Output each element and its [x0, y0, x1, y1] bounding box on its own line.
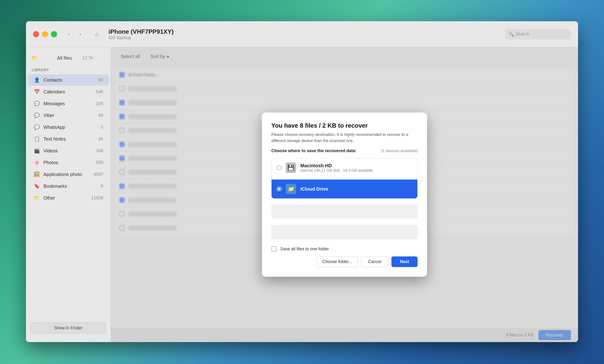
icloud-radio[interactable] — [277, 187, 281, 191]
main-content: Select all Sort by ▾ ✓ Al Ford Fiesta...… — [111, 47, 578, 342]
macintosh-radio[interactable] — [277, 165, 281, 170]
drive-option-icloud[interactable]: 📁 iCloud Drive — [272, 179, 417, 198]
placeholder-row-1 — [271, 204, 418, 218]
contacts-icon: 👤 — [34, 77, 40, 83]
recovery-modal: You have 8 files / 2 KB to recover Pleas… — [262, 113, 427, 277]
placeholder-row-2 — [271, 225, 418, 239]
sidebar-item-videos[interactable]: 🎬 Videos 108 — [28, 145, 109, 156]
viber-label: Viber — [43, 113, 95, 118]
sidebar-item-bookmarks[interactable]: 🔖 Bookmarks 8 — [28, 180, 109, 192]
photos-count: 539 — [96, 160, 103, 165]
forward-button[interactable]: › — [76, 29, 85, 39]
other-count: 11629 — [91, 196, 103, 201]
calendars-label: Calendars — [43, 89, 93, 95]
save-all-folder-row: Save all files to one folder — [271, 246, 418, 251]
back-button[interactable]: ‹ — [64, 29, 74, 39]
app-window: ‹ › ⌂ iPhone (VHF7PP91XY) iOS Backup 🔍 S… — [26, 21, 578, 342]
search-placeholder: Search — [516, 32, 529, 37]
sidebar-item-viber[interactable]: 💬 Viber 49 — [28, 110, 109, 121]
sidebar-item-textnotes[interactable]: 📋 Text Notes 26 — [28, 133, 109, 145]
icloud-name: iCloud Drive — [300, 186, 328, 192]
body-area: 📁 All files 17,7K Library 👤 Contacts 90 … — [26, 47, 578, 342]
viber-count: 49 — [98, 113, 103, 118]
drive-option-macintosh[interactable]: 💾 Macintosh HD Internal 245,11 GB disk ·… — [272, 158, 417, 177]
modal-subtitle: Please choose recovery destination. It i… — [271, 132, 418, 144]
show-in-finder-button[interactable]: Show in Finder — [31, 323, 106, 334]
sidebar-item-photos[interactable]: 🌸 Photos 539 — [28, 157, 109, 168]
all-files-icon: 📁 — [32, 55, 54, 61]
save-all-label: Save all files to one folder — [280, 247, 418, 251]
calendars-icon: 📅 — [34, 89, 40, 95]
sidebar-item-messages[interactable]: 💬 Messages 109 — [28, 98, 109, 109]
bookmarks-label: Bookmarks — [43, 184, 98, 189]
icloud-drive-icon: 📁 — [286, 184, 296, 194]
textnotes-count: 26 — [98, 137, 103, 141]
macintosh-detail: Internal 245,11 GB disk · 16,3 GB availa… — [300, 168, 373, 173]
maximize-button[interactable] — [51, 31, 57, 37]
choose-destination-label: Choose where to save the recovered data:… — [271, 148, 418, 153]
sidebar-item-appphoto[interactable]: 🖼️ Applications photo 4597 — [28, 169, 109, 180]
all-files-label: All files — [57, 55, 80, 61]
next-button[interactable]: Next — [391, 256, 418, 267]
traffic-lights — [33, 31, 57, 37]
sidebar: 📁 All files 17,7K Library 👤 Contacts 90 … — [26, 47, 111, 342]
home-button[interactable]: ⌂ — [92, 29, 101, 39]
cancel-button[interactable]: Cancel — [361, 256, 388, 267]
save-all-checkbox[interactable] — [271, 246, 277, 251]
nav-arrows: ‹ › — [64, 29, 85, 39]
calendars-count: 546 — [96, 89, 103, 94]
sidebar-item-contacts[interactable]: 👤 Contacts 90 — [28, 74, 109, 86]
search-bar[interactable]: 🔍 Search — [505, 29, 571, 39]
whatsapp-icon: 💬 — [34, 124, 40, 130]
appphoto-icon: 🖼️ — [34, 172, 40, 177]
sidebar-item-calendars[interactable]: 📅 Calendars 546 — [28, 86, 109, 97]
macintosh-hd-icon: 💾 — [286, 163, 296, 173]
choose-folder-button[interactable]: Choose folder... — [316, 256, 358, 267]
modal-action-buttons: Choose folder... Cancel Next — [271, 256, 418, 267]
appphoto-label: Applications photo — [43, 172, 90, 177]
contacts-label: Contacts — [43, 77, 95, 83]
title-bar: ‹ › ⌂ iPhone (VHF7PP91XY) iOS Backup 🔍 S… — [26, 21, 578, 47]
library-label: Library — [26, 66, 111, 74]
search-icon: 🔍 — [509, 32, 514, 37]
whatsapp-count: 5 — [101, 125, 103, 130]
bookmarks-count: 8 — [101, 184, 103, 189]
macintosh-info: Macintosh HD Internal 245,11 GB disk · 1… — [300, 163, 373, 173]
other-label: Other — [43, 195, 88, 201]
sidebar-item-other[interactable]: 📁 Other 11629 — [28, 192, 109, 204]
minimize-button[interactable] — [42, 31, 48, 37]
sidebar-item-whatsapp[interactable]: 💬 WhatsApp 5 — [28, 122, 109, 133]
macintosh-name: Macintosh HD — [300, 163, 373, 168]
viber-icon: 💬 — [34, 113, 40, 118]
other-icon: 📁 — [34, 195, 40, 201]
videos-icon: 🎬 — [34, 148, 40, 154]
devices-count: (1 devices available) — [381, 149, 418, 153]
icloud-info: iCloud Drive — [300, 186, 328, 192]
drive-options-list: 💾 Macintosh HD Internal 245,11 GB disk ·… — [271, 158, 418, 199]
bookmarks-icon: 🔖 — [34, 183, 40, 189]
messages-count: 109 — [96, 101, 103, 106]
appphoto-count: 4597 — [94, 172, 103, 177]
videos-label: Videos — [43, 148, 93, 154]
modal-title: You have 8 files / 2 KB to recover — [271, 122, 418, 129]
close-button[interactable] — [33, 31, 39, 37]
messages-icon: 💬 — [34, 101, 40, 106]
all-files-item[interactable]: 📁 All files 17,7K — [26, 52, 111, 64]
textnotes-label: Text Notes — [43, 136, 95, 142]
whatsapp-label: WhatsApp — [43, 125, 98, 130]
sidebar-bottom: Show in Finder — [26, 319, 111, 337]
modal-overlay: You have 8 files / 2 KB to recover Pleas… — [111, 47, 578, 342]
device-subtitle: iOS Backup — [109, 35, 500, 40]
device-title: iPhone (VHF7PP91XY) — [109, 28, 500, 35]
videos-count: 108 — [96, 148, 103, 153]
title-info: iPhone (VHF7PP91XY) iOS Backup — [109, 28, 500, 40]
messages-label: Messages — [43, 101, 93, 106]
textnotes-icon: 📋 — [34, 136, 40, 142]
photos-icon: 🌸 — [34, 160, 40, 165]
all-files-count: 17,7K — [82, 56, 105, 61]
contacts-count: 90 — [98, 78, 103, 83]
choose-label-text: Choose where to save the recovered data: — [271, 148, 356, 153]
photos-label: Photos — [43, 160, 93, 165]
